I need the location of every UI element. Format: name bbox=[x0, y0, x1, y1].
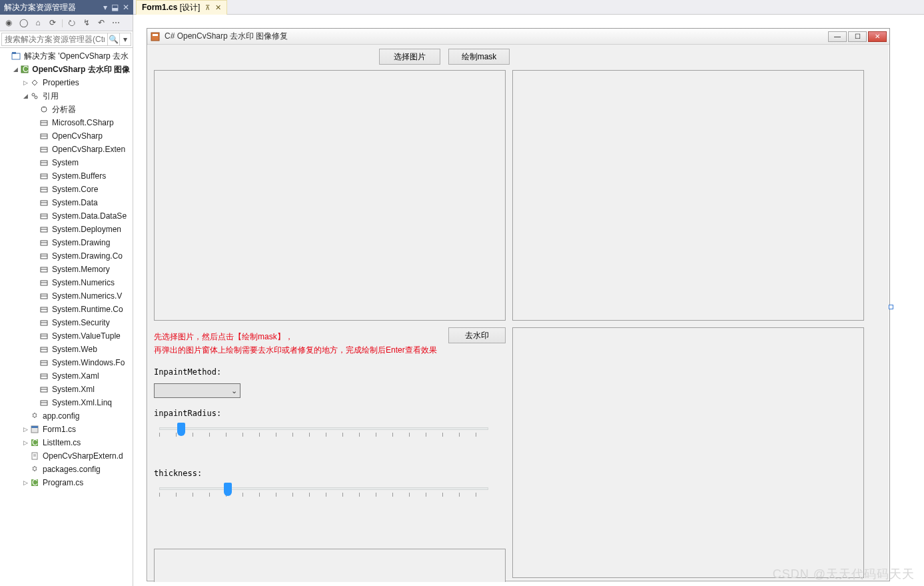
search-icon[interactable]: 🔍 bbox=[108, 33, 120, 46]
slider-thumb[interactable] bbox=[177, 423, 185, 436]
form-app-icon bbox=[150, 31, 161, 42]
node-label: 分析器 bbox=[52, 104, 76, 115]
node-icon bbox=[39, 157, 49, 168]
node-icon bbox=[29, 91, 40, 101]
select-image-button[interactable]: 选择图片 bbox=[379, 49, 440, 65]
draw-mask-button[interactable]: 绘制mask bbox=[448, 49, 510, 65]
node-icon bbox=[39, 144, 49, 155]
form-designer-surface[interactable]: C# OpenCvSharp 去水印 图像修复 — ☐ ✕ 选择图片 绘制mas… bbox=[133, 15, 924, 586]
maximize-button[interactable]: ☐ bbox=[848, 31, 867, 42]
reference-node[interactable]: ▷System.Core bbox=[0, 183, 133, 196]
svg-rect-54 bbox=[31, 426, 38, 428]
reference-node[interactable]: ▷System.Data.DataSe bbox=[0, 209, 133, 223]
tab-form1-design[interactable]: Form1.cs [设计] ⊼ ✕ bbox=[136, 0, 227, 15]
home-icon[interactable]: ⌂ bbox=[32, 17, 44, 29]
expander-icon[interactable]: ▷ bbox=[21, 426, 29, 433]
reference-node[interactable]: ▷分析器 bbox=[0, 103, 133, 116]
node-icon bbox=[39, 184, 49, 195]
node-label: Properties bbox=[43, 78, 79, 87]
node-label: System.Buffers bbox=[52, 171, 106, 181]
sync-icon[interactable]: ⟳ bbox=[47, 17, 59, 29]
collapse-icon[interactable]: ↯ bbox=[81, 17, 93, 29]
solution-node[interactable]: ▷解决方案 'OpenCvSharp 去水 bbox=[0, 49, 133, 63]
node-icon bbox=[39, 264, 49, 275]
reference-node[interactable]: ▷System.Security bbox=[0, 316, 133, 329]
reference-node[interactable]: ▷System.Web bbox=[0, 343, 133, 356]
reference-node[interactable]: ▷System.Xml bbox=[0, 383, 133, 396]
form-title: C# OpenCvSharp 去水印 图像修复 bbox=[165, 31, 828, 42]
reference-node[interactable]: ▷OpenCvSharp.Exten bbox=[0, 143, 133, 156]
reference-node[interactable]: ▷System.Windows.Fo bbox=[0, 356, 133, 369]
reference-node[interactable]: ▷System bbox=[0, 156, 133, 169]
reference-node[interactable]: ▷System.Xml.Linq bbox=[0, 396, 133, 409]
project-node[interactable]: ◢C#OpenCvSharp 去水印 图像 bbox=[0, 63, 133, 76]
panel-dropdown-icon[interactable]: ▾ bbox=[103, 3, 107, 12]
reference-node[interactable]: ▷System.Numerics bbox=[0, 276, 133, 289]
tab-label: Form1.cs [设计] bbox=[142, 2, 200, 13]
reference-node[interactable]: ▷System.ValueTuple bbox=[0, 329, 133, 343]
expander-icon[interactable]: ◢ bbox=[12, 66, 19, 73]
properties-node[interactable]: ▷Properties bbox=[0, 76, 133, 89]
reference-node[interactable]: ▷System.Runtime.Co bbox=[0, 303, 133, 316]
reference-node[interactable]: ▷System.Numerics.V bbox=[0, 289, 133, 303]
close-icon[interactable]: ✕ bbox=[215, 3, 221, 12]
picturebox-right-bottom bbox=[512, 327, 864, 578]
inpaint-method-combo[interactable] bbox=[154, 383, 240, 398]
node-icon bbox=[29, 77, 40, 88]
node-label: System.Memory bbox=[52, 265, 110, 274]
node-icon bbox=[39, 331, 49, 341]
file-node[interactable]: ▷app.config bbox=[0, 409, 133, 423]
expander-icon[interactable]: ▷ bbox=[21, 479, 29, 486]
node-label: System.Xml.Linq bbox=[52, 398, 112, 407]
more-icon[interactable]: ⋯ bbox=[110, 17, 122, 29]
node-label: System.Drawing.Co bbox=[52, 251, 123, 261]
reference-node[interactable]: ▷System.Deploymen bbox=[0, 223, 133, 236]
file-node[interactable]: ▷packages.config bbox=[0, 463, 133, 476]
node-label: System.Numerics.V bbox=[52, 291, 122, 301]
solution-tree[interactable]: ▷解决方案 'OpenCvSharp 去水◢C#OpenCvSharp 去水印 … bbox=[0, 48, 133, 586]
panel-close-icon[interactable]: ✕ bbox=[123, 3, 129, 12]
close-button[interactable]: ✕ bbox=[868, 31, 887, 42]
file-node[interactable]: ▷OpenCvSharpExtern.d bbox=[0, 449, 133, 463]
file-node[interactable]: ▷Form1.cs bbox=[0, 423, 133, 436]
node-label: System.Xml bbox=[52, 385, 95, 394]
node-label: System.Data bbox=[52, 198, 98, 207]
node-icon bbox=[39, 344, 49, 355]
nav-back-icon[interactable]: ◉ bbox=[3, 17, 15, 29]
expander-icon[interactable]: ▷ bbox=[21, 439, 29, 446]
reference-node[interactable]: ▷System.Drawing bbox=[0, 236, 133, 249]
svg-text:C#: C# bbox=[23, 65, 29, 74]
search-dropdown-icon[interactable]: ▾ bbox=[120, 33, 132, 46]
thickness-slider[interactable] bbox=[159, 482, 488, 497]
panel-pin-icon[interactable]: ⬓ bbox=[111, 3, 119, 12]
inpaint-radius-slider[interactable] bbox=[159, 422, 488, 437]
file-node[interactable]: ▷C#Program.cs bbox=[0, 476, 133, 489]
node-icon bbox=[39, 291, 49, 301]
nav-fwd-icon[interactable]: ◯ bbox=[17, 17, 29, 29]
references-node[interactable]: ◢引用 bbox=[0, 89, 133, 103]
solution-explorer: ◉ ◯ ⌂ ⟳ | ⭮ ↯ ↶ ⋯ 🔍 ▾ ▷解决方案 'OpenCvSharp… bbox=[0, 15, 133, 586]
node-icon bbox=[39, 317, 49, 328]
undo-icon[interactable]: ↶ bbox=[95, 17, 107, 29]
pin-icon[interactable]: ⊼ bbox=[205, 4, 210, 11]
node-icon bbox=[39, 237, 49, 248]
reference-node[interactable]: ▷OpenCvSharp bbox=[0, 129, 133, 143]
slider-thumb[interactable] bbox=[224, 483, 232, 496]
reference-node[interactable]: ▷System.Xaml bbox=[0, 369, 133, 383]
reference-node[interactable]: ▷System.Data bbox=[0, 196, 133, 209]
reference-node[interactable]: ▷System.Buffers bbox=[0, 169, 133, 183]
resize-handle[interactable] bbox=[889, 305, 893, 309]
minimize-button[interactable]: — bbox=[828, 31, 847, 42]
reference-node[interactable]: ▷Microsoft.CSharp bbox=[0, 116, 133, 129]
remove-watermark-button[interactable]: 去水印 bbox=[448, 327, 506, 343]
node-icon bbox=[39, 171, 49, 181]
reference-node[interactable]: ▷System.Memory bbox=[0, 263, 133, 276]
svg-rect-62 bbox=[151, 33, 159, 41]
refresh-icon[interactable]: ⭮ bbox=[66, 17, 78, 29]
expander-icon[interactable]: ▷ bbox=[21, 79, 29, 86]
search-input[interactable] bbox=[1, 33, 108, 46]
reference-node[interactable]: ▷System.Drawing.Co bbox=[0, 249, 133, 263]
file-node[interactable]: ▷C#ListItem.cs bbox=[0, 436, 133, 449]
expander-icon[interactable]: ◢ bbox=[21, 93, 29, 99]
node-icon bbox=[39, 251, 49, 261]
